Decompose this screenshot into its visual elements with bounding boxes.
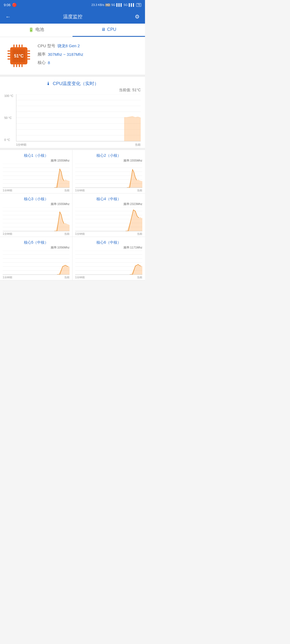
cpu-cores-value: 8 — [48, 60, 50, 65]
core-2-title: 核心2（小核） — [75, 153, 142, 158]
svg-marker-54 — [64, 180, 65, 188]
signal-bars: ▌▌▌ — [116, 3, 122, 6]
svg-marker-37 — [127, 117, 130, 141]
cpu-cores-row: 核心 8 — [38, 60, 140, 65]
svg-marker-98 — [131, 210, 133, 231]
core-1-freq: 频率:1555Mhz — [3, 159, 70, 163]
core-4-x-right: 当前 — [137, 232, 142, 236]
svg-marker-104 — [142, 218, 142, 231]
core-3-x-right: 当前 — [64, 232, 70, 236]
core-cell-2: 核心2（小核） 频率:1555Mhz — [73, 150, 145, 193]
status-right: 23.3 KB/s HD 5G ▌▌▌ 5G ▌▌▌ 78 — [92, 3, 141, 7]
tab-battery[interactable]: 🔋 电池 — [0, 24, 73, 37]
core-5-x-right: 当前 — [64, 276, 70, 279]
cpu-chip-icon: 51°C — [5, 42, 32, 69]
svg-rect-18 — [13, 45, 15, 47]
core-5-x-left: 1分钟前 — [3, 276, 12, 279]
svg-text:51°C: 51°C — [14, 54, 24, 58]
core-1-timeline: 1分钟前 当前 — [3, 188, 70, 193]
cpu-cores-label: 核心 — [38, 60, 46, 65]
core-cell-6: 核心6（中核） 频率:1171Mhz — [73, 237, 145, 280]
y-label-100: 100 °C — [4, 94, 16, 97]
svg-marker-51 — [60, 169, 61, 188]
svg-marker-86 — [64, 223, 65, 231]
svg-rect-15 — [27, 53, 30, 54]
core-4-svg — [75, 207, 142, 231]
core-2-chart: 1分钟前 当前 — [75, 164, 142, 193]
signal-5g-2: 5G — [124, 3, 128, 6]
core-cell-1: 核心1（小核） 频率:1555Mhz — [0, 150, 73, 193]
svg-marker-128 — [142, 266, 142, 275]
svg-rect-13 — [8, 58, 10, 60]
tab-cpu[interactable]: 🖥 CPU — [73, 24, 145, 37]
core-3-timeline: 1分钟前 当前 — [3, 231, 70, 237]
svg-rect-25 — [21, 64, 23, 67]
svg-marker-66 — [131, 170, 132, 188]
svg-marker-88 — [67, 224, 68, 231]
settings-button[interactable]: ⚙ — [134, 12, 141, 21]
core-4-freq: 频率:2323Mhz — [75, 202, 142, 206]
core-3-freq: 频率:1555Mhz — [3, 202, 70, 206]
core-1-x-left: 1分钟前 — [3, 189, 12, 192]
core-6-graph — [75, 251, 142, 275]
main-chart-svg — [16, 94, 141, 141]
core-5-title: 核心5（中核） — [3, 240, 70, 245]
core-3-x-left: 1分钟前 — [3, 232, 12, 236]
svg-rect-11 — [8, 53, 10, 54]
network-speed: 23.3 KB/s — [92, 3, 104, 6]
core-cell-4: 核心4（中核） 频率:2323Mhz — [73, 193, 145, 237]
current-label: 当前值: — [119, 88, 131, 92]
core-2-svg — [75, 164, 142, 188]
cores-grid: 核心1（小核） 频率:1555Mhz — [0, 150, 145, 280]
status-left: 9:06 🔴 — [4, 3, 17, 7]
svg-marker-36 — [124, 117, 127, 141]
page-title: 温度监控 — [63, 13, 82, 20]
svg-marker-126 — [138, 264, 140, 275]
chart-title: 🌡 CPU温度变化（实时） — [4, 80, 141, 87]
svg-rect-22 — [13, 64, 15, 67]
svg-rect-16 — [27, 56, 30, 57]
main-chart-section: 🌡 CPU温度变化（实时） 当前值: 51°C 100 °C 50 °C 0 °… — [0, 77, 145, 150]
cpu-icon-wrapper: 51°C — [5, 42, 32, 69]
svg-marker-82 — [59, 212, 60, 231]
x-label-left: 1分钟前 — [16, 143, 27, 147]
status-bar: 9:06 🔴 23.3 KB/s HD 5G ▌▌▌ 5G ▌▌▌ 78 — [0, 0, 145, 10]
svg-marker-102 — [139, 217, 140, 231]
core-1-chart: 1分钟前 当前 — [3, 164, 70, 193]
core-2-freq: 频率:1555Mhz — [75, 159, 142, 163]
core-2-graph — [75, 164, 142, 188]
core-5-svg — [3, 251, 70, 275]
svg-marker-41 — [138, 117, 141, 141]
cpu-info-details: CPU 型号 骁龙8 Gen 2 频率 307Mhz ~ 3187Mhz 核心 … — [38, 43, 140, 68]
svg-marker-83 — [60, 212, 61, 231]
chart-title-text: CPU温度变化（实时） — [53, 80, 99, 87]
main-chart-area: 100 °C 50 °C 0 °C — [4, 94, 141, 148]
core-3-title: 核心3（小核） — [3, 197, 70, 202]
hd-badge: HD — [105, 3, 110, 6]
core-4-graph — [75, 207, 142, 231]
core-6-chart: 1分钟前 当前 — [75, 251, 142, 280]
svg-marker-39 — [132, 116, 135, 141]
back-button[interactable]: ← — [4, 13, 12, 21]
core-1-x-right: 当前 — [64, 189, 70, 192]
svg-marker-99 — [133, 210, 135, 231]
x-label-right: 当前 — [135, 143, 141, 147]
core-2-x-right: 当前 — [137, 189, 142, 192]
core-1-svg — [3, 164, 70, 188]
status-app-icon: 🔴 — [12, 3, 17, 7]
cpu-freq-value: 307Mhz ~ 3187Mhz — [48, 52, 83, 57]
core-cell-3: 核心3（小核） 频率:1555Mhz — [0, 193, 73, 237]
tab-bar: 🔋 电池 🖥 CPU — [0, 24, 145, 37]
signal-5g: 5G — [111, 3, 115, 6]
core-6-x-left: 1分钟前 — [75, 276, 85, 279]
svg-marker-57 — [68, 181, 70, 188]
svg-marker-72 — [140, 180, 141, 188]
status-time: 9:06 — [4, 3, 10, 7]
core-4-chart: 1分钟前 当前 — [75, 207, 142, 237]
cpu-model-row: CPU 型号 骁龙8 Gen 2 — [38, 43, 140, 49]
core-5-graph — [3, 251, 70, 275]
core-4-title: 核心4（中核） — [75, 197, 142, 202]
core-6-freq: 频率:1171Mhz — [75, 246, 142, 250]
y-label-50: 50 °C — [4, 116, 16, 119]
cpu-model-label: CPU 型号 — [38, 43, 55, 49]
